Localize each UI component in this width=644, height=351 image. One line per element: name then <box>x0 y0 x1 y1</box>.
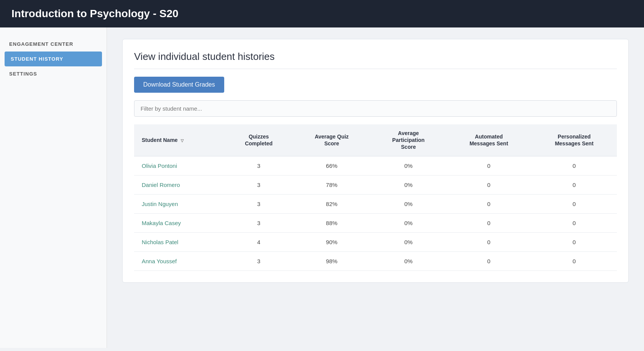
table-header: Student Name ▽ QuizzesCompleted Average … <box>134 124 617 156</box>
cell-automated_msg: 0 <box>446 194 531 213</box>
sort-icon: ▽ <box>181 138 184 143</box>
student-filter-input[interactable] <box>134 100 617 117</box>
sidebar-item-engagement-center[interactable]: ENGAGEMENT CENTER <box>0 37 107 52</box>
student-name-cell: Anna Youssef <box>134 251 225 270</box>
main-layout: ENGAGEMENT CENTERSTUDENT HISTORYSETTINGS… <box>0 27 644 348</box>
cell-personalized_msg: 0 <box>531 156 617 175</box>
sidebar-item-student-history[interactable]: STUDENT HISTORY <box>5 52 102 66</box>
table-row: Nicholas Patel490%0%00 <box>134 232 617 251</box>
student-link[interactable]: Daniel Romero <box>142 182 180 188</box>
sidebar-item-settings[interactable]: SETTINGS <box>0 66 107 81</box>
student-link[interactable]: Makayla Casey <box>142 220 181 226</box>
page-title: View individual student histories <box>134 51 617 69</box>
sidebar-nav: ENGAGEMENT CENTERSTUDENT HISTORYSETTINGS <box>0 37 107 81</box>
cell-automated_msg: 0 <box>446 213 531 232</box>
cell-avg_participation: 0% <box>371 232 446 251</box>
cell-personalized_msg: 0 <box>531 213 617 232</box>
cell-quizzes: 3 <box>225 175 293 194</box>
student-link[interactable]: Justin Nguyen <box>142 201 178 207</box>
col-header-automated-msg: AutomatedMessages Sent <box>446 124 531 156</box>
cell-quizzes: 3 <box>225 251 293 270</box>
cell-avg_quiz: 98% <box>293 251 371 270</box>
student-name-cell: Makayla Casey <box>134 213 225 232</box>
cell-personalized_msg: 0 <box>531 251 617 270</box>
cell-avg_quiz: 90% <box>293 232 371 251</box>
content-card: View individual student histories Downlo… <box>122 39 629 283</box>
cell-quizzes: 3 <box>225 156 293 175</box>
col-header-personalized-msg: PersonalizedMessages Sent <box>531 124 617 156</box>
table-body: Olivia Pontoni366%0%00Daniel Romero378%0… <box>134 156 617 270</box>
table-row: Justin Nguyen382%0%00 <box>134 194 617 213</box>
table-header-row: Student Name ▽ QuizzesCompleted Average … <box>134 124 617 156</box>
cell-avg_quiz: 78% <box>293 175 371 194</box>
cell-quizzes: 3 <box>225 194 293 213</box>
cell-avg_quiz: 66% <box>293 156 371 175</box>
student-table: Student Name ▽ QuizzesCompleted Average … <box>134 124 617 271</box>
col-header-quizzes: QuizzesCompleted <box>225 124 293 156</box>
cell-avg_quiz: 88% <box>293 213 371 232</box>
col-header-name[interactable]: Student Name ▽ <box>134 124 225 156</box>
student-name-cell: Daniel Romero <box>134 175 225 194</box>
sidebar: ENGAGEMENT CENTERSTUDENT HISTORYSETTINGS <box>0 27 107 348</box>
cell-avg_participation: 0% <box>371 194 446 213</box>
table-row: Daniel Romero378%0%00 <box>134 175 617 194</box>
student-name-cell: Nicholas Patel <box>134 232 225 251</box>
cell-personalized_msg: 0 <box>531 194 617 213</box>
cell-automated_msg: 0 <box>446 156 531 175</box>
cell-avg_participation: 0% <box>371 156 446 175</box>
table-row: Anna Youssef398%0%00 <box>134 251 617 270</box>
main-content: View individual student histories Downlo… <box>107 27 644 348</box>
app-header: Introduction to Psychology - S20 <box>0 0 644 27</box>
cell-automated_msg: 0 <box>446 175 531 194</box>
cell-automated_msg: 0 <box>446 232 531 251</box>
cell-avg_participation: 0% <box>371 175 446 194</box>
cell-avg_participation: 0% <box>371 251 446 270</box>
cell-personalized_msg: 0 <box>531 232 617 251</box>
cell-personalized_msg: 0 <box>531 175 617 194</box>
cell-quizzes: 4 <box>225 232 293 251</box>
cell-avg_participation: 0% <box>371 213 446 232</box>
col-header-avg-quiz: Average QuizScore <box>293 124 371 156</box>
cell-automated_msg: 0 <box>446 251 531 270</box>
student-link[interactable]: Anna Youssef <box>142 258 177 264</box>
student-name-cell: Olivia Pontoni <box>134 156 225 175</box>
student-link[interactable]: Nicholas Patel <box>142 239 178 245</box>
table-row: Makayla Casey388%0%00 <box>134 213 617 232</box>
col-header-avg-participation: AverageParticipationScore <box>371 124 446 156</box>
cell-quizzes: 3 <box>225 213 293 232</box>
app-title: Introduction to Psychology - S20 <box>11 8 178 19</box>
student-link[interactable]: Olivia Pontoni <box>142 163 177 169</box>
download-grades-button[interactable]: Download Student Grades <box>134 77 224 93</box>
table-row: Olivia Pontoni366%0%00 <box>134 156 617 175</box>
student-name-cell: Justin Nguyen <box>134 194 225 213</box>
cell-avg_quiz: 82% <box>293 194 371 213</box>
